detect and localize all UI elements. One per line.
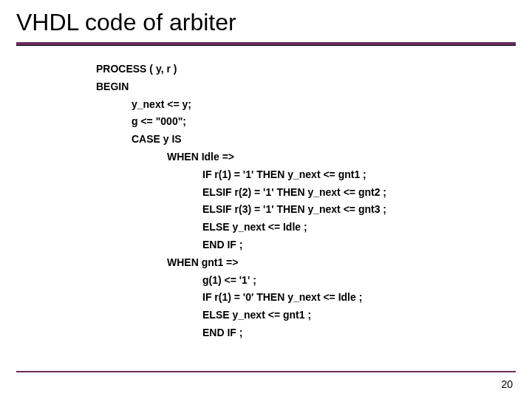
slide-title: VHDL code of arbiter [0, 0, 532, 42]
code-line: IF r(1) = '1' THEN y_next <= gnt1 ; [96, 166, 532, 184]
code-line: END IF ; [96, 324, 532, 342]
code-line: y_next <= y; [96, 96, 532, 114]
code-line: g(1) <= '1' ; [96, 272, 532, 290]
code-line: ELSE y_next <= gnt1 ; [96, 307, 532, 324]
code-line: WHEN Idle => [96, 149, 532, 166]
code-line: BEGIN [96, 78, 532, 96]
code-line: CASE y IS [96, 131, 532, 149]
page-number: 20 [501, 378, 513, 390]
title-underline [16, 42, 516, 46]
bottom-rule [16, 371, 516, 372]
code-block: PROCESS ( y, r ) BEGIN y_next <= y; g <=… [96, 61, 532, 342]
code-line: ELSIF r(2) = '1' THEN y_next <= gnt2 ; [96, 184, 532, 202]
code-line: IF r(1) = '0' THEN y_next <= Idle ; [96, 289, 532, 307]
code-line: PROCESS ( y, r ) [96, 61, 532, 78]
code-line: END IF ; [96, 236, 532, 254]
code-line: g <= "000"; [96, 113, 532, 131]
code-line: ELSE y_next <= Idle ; [96, 219, 532, 236]
code-line: ELSIF r(3) = '1' THEN y_next <= gnt3 ; [96, 201, 532, 219]
code-line: WHEN gnt1 => [96, 254, 532, 272]
